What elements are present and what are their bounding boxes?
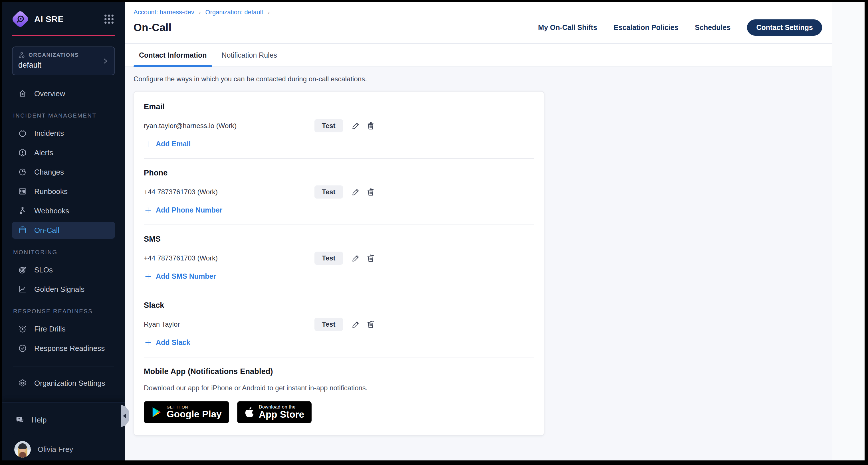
trash-icon bbox=[366, 187, 375, 197]
nav-schedules[interactable]: Schedules bbox=[695, 23, 731, 32]
sidebar-item-organization-settings[interactable]: Organization Settings bbox=[12, 375, 115, 392]
apps-grid-icon[interactable] bbox=[103, 13, 115, 25]
add-sms-link[interactable]: Add SMS Number bbox=[144, 272, 216, 280]
mobile-app-section: Mobile App (Notifications Enabled) Downl… bbox=[144, 367, 534, 423]
sidebar-divider bbox=[13, 367, 114, 367]
badge-store-name: App Store bbox=[259, 410, 304, 420]
sidebar-item-runbooks[interactable]: Runbooks bbox=[12, 183, 115, 200]
sidebar-item-label: Response Readiness bbox=[34, 344, 105, 353]
sidebar-item-label: Webhooks bbox=[34, 207, 69, 215]
collapse-left-icon bbox=[123, 413, 126, 418]
sidebar-item-response-readiness[interactable]: Response Readiness bbox=[12, 340, 115, 357]
main-area: Account: harness-dev › Organization: def… bbox=[125, 2, 832, 460]
page-title: On-Call bbox=[133, 22, 172, 34]
alert-hexagon-icon bbox=[18, 148, 27, 157]
slack-row: Ryan Taylor Test bbox=[144, 318, 534, 331]
home-icon bbox=[18, 89, 27, 98]
sidebar-item-help[interactable]: Help bbox=[12, 411, 115, 429]
email-edit-button[interactable] bbox=[351, 121, 361, 131]
sidebar-item-label: Overview bbox=[34, 89, 65, 98]
sidebar-menu: Overview INCIDENT MANAGEMENT Incidents bbox=[12, 84, 115, 393]
runbook-icon bbox=[18, 187, 27, 196]
store-badges: GET IT ON Google Play Download on the bbox=[144, 401, 534, 423]
sidebar-item-incidents[interactable]: Incidents bbox=[12, 125, 115, 142]
phone-heading: Phone bbox=[144, 168, 534, 178]
sms-section: SMS +44 7873761703 (Work) Test bbox=[144, 235, 534, 291]
breadcrumb-separator: › bbox=[268, 9, 270, 16]
phone-delete-button[interactable] bbox=[366, 187, 375, 197]
google-play-badge[interactable]: GET IT ON Google Play bbox=[144, 401, 229, 423]
tab-notification-rules[interactable]: Notification Rules bbox=[216, 44, 283, 66]
badge-store-name: Google Play bbox=[167, 409, 222, 420]
sms-value: +44 7873761703 (Work) bbox=[144, 254, 314, 262]
trash-icon bbox=[366, 121, 375, 131]
google-play-icon bbox=[151, 406, 162, 418]
breadcrumb-org-link[interactable]: Organization: default bbox=[205, 8, 263, 16]
target-icon bbox=[18, 265, 27, 275]
slack-delete-button[interactable] bbox=[366, 319, 375, 329]
section-divider bbox=[144, 291, 534, 291]
sidebar-item-label: Fire Drills bbox=[34, 324, 66, 334]
nav-my-oncall-shifts[interactable]: My On-Call Shifts bbox=[538, 23, 597, 32]
phone-row: +44 7873761703 (Work) Test bbox=[144, 185, 534, 198]
plus-icon bbox=[144, 207, 152, 214]
sms-delete-button[interactable] bbox=[366, 253, 375, 263]
breadcrumb-account-link[interactable]: Account: harness-dev bbox=[133, 8, 194, 16]
organization-selector[interactable]: ORGANIZATIONS default bbox=[12, 46, 115, 75]
apple-icon bbox=[245, 406, 254, 418]
contact-information-card: Email ryan.taylor@harness.io (Work) Test bbox=[133, 91, 545, 436]
sidebar-item-fire-drills[interactable]: Fire Drills bbox=[12, 320, 115, 338]
user-name: Olivia Frey bbox=[38, 445, 73, 454]
group-label-monitoring: MONITORING bbox=[13, 249, 115, 256]
page-description: Configure the ways in which you can be c… bbox=[133, 75, 832, 83]
email-section: Email ryan.taylor@harness.io (Work) Test bbox=[144, 102, 534, 159]
sms-heading: SMS bbox=[144, 235, 534, 244]
phone-edit-button[interactable] bbox=[351, 187, 361, 197]
group-label-response-readiness: RESPONSE READINESS bbox=[13, 308, 115, 315]
sms-row: +44 7873761703 (Work) Test bbox=[144, 252, 534, 265]
sidebar-item-webhooks[interactable]: Webhooks bbox=[12, 202, 115, 219]
user-menu[interactable]: Olivia Frey bbox=[12, 435, 115, 460]
slack-section: Slack Ryan Taylor Test bbox=[144, 301, 534, 358]
tab-contact-information[interactable]: Contact Information bbox=[133, 44, 212, 66]
sidebar-item-golden-signals[interactable]: Golden Signals bbox=[12, 281, 115, 298]
scroll-gutter[interactable] bbox=[832, 2, 865, 460]
slack-value: Ryan Taylor bbox=[144, 320, 314, 328]
add-phone-link[interactable]: Add Phone Number bbox=[144, 206, 222, 214]
pencil-icon bbox=[351, 121, 361, 131]
trash-icon bbox=[366, 319, 375, 329]
add-slack-link[interactable]: Add Slack bbox=[144, 338, 190, 347]
sidebar-item-slos[interactable]: SLOs bbox=[12, 261, 115, 278]
pencil-icon bbox=[351, 319, 361, 329]
app-store-badge[interactable]: Download on the App Store bbox=[237, 401, 312, 423]
email-test-button[interactable]: Test bbox=[314, 119, 343, 132]
slack-test-button[interactable]: Test bbox=[314, 318, 343, 331]
email-delete-button[interactable] bbox=[366, 121, 375, 131]
phone-value: +44 7873761703 (Work) bbox=[144, 188, 314, 196]
app-window: AI SRE bbox=[2, 2, 865, 460]
sms-edit-button[interactable] bbox=[351, 253, 361, 263]
breadcrumb: Account: harness-dev › Organization: def… bbox=[133, 8, 822, 16]
phone-section: Phone +44 7873761703 (Work) Test bbox=[144, 168, 534, 225]
sidebar-item-label: On-Call bbox=[34, 226, 59, 235]
avatar bbox=[14, 441, 31, 458]
add-email-link[interactable]: Add Email bbox=[144, 140, 191, 148]
sidebar-item-oncall[interactable]: On-Call bbox=[12, 222, 115, 239]
phone-test-button[interactable]: Test bbox=[314, 185, 343, 198]
section-divider bbox=[144, 224, 534, 225]
oncall-calendar-icon bbox=[18, 225, 27, 235]
sidebar-item-changes[interactable]: Changes bbox=[12, 163, 115, 181]
mobile-app-heading: Mobile App (Notifications Enabled) bbox=[144, 367, 534, 376]
brand-row: AI SRE bbox=[12, 2, 115, 27]
slack-edit-button[interactable] bbox=[351, 319, 361, 329]
webhook-icon bbox=[18, 206, 27, 216]
gear-icon bbox=[18, 378, 27, 388]
sidebar-item-alerts[interactable]: Alerts bbox=[12, 144, 115, 161]
organizations-label: ORGANIZATIONS bbox=[29, 52, 79, 58]
sms-test-button[interactable]: Test bbox=[314, 252, 343, 265]
nav-contact-settings-button[interactable]: Contact Settings bbox=[747, 20, 822, 36]
nav-escalation-policies[interactable]: Escalation Policies bbox=[614, 23, 679, 32]
sidebar-item-overview[interactable]: Overview bbox=[12, 85, 115, 102]
section-divider bbox=[144, 357, 534, 358]
content-area: Configure the ways in which you can be c… bbox=[125, 67, 832, 460]
